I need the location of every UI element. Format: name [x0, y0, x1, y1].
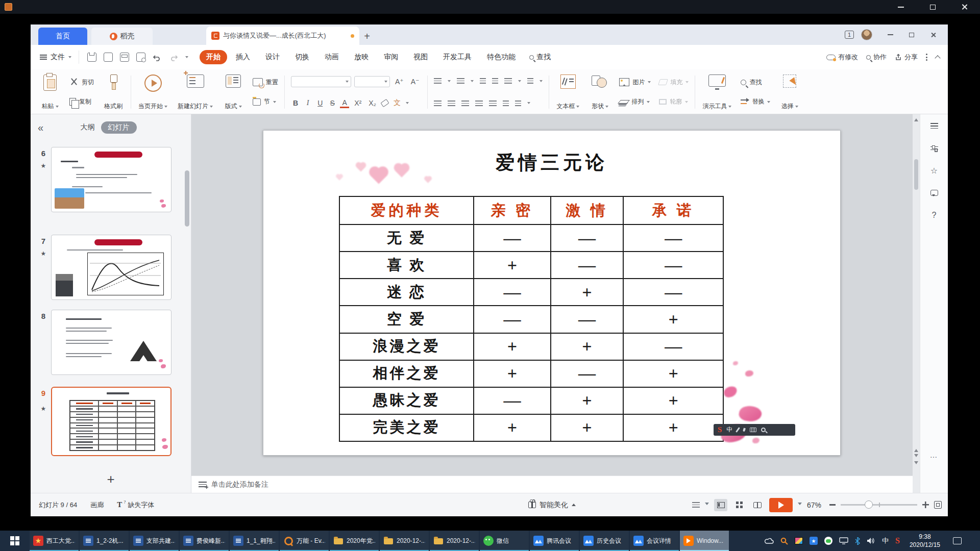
menu-tab-devtools[interactable]: 开发工具 — [436, 50, 478, 64]
speaker-icon[interactable] — [867, 537, 875, 544]
bluetooth-icon[interactable] — [855, 537, 860, 545]
redo-icon[interactable] — [169, 53, 178, 61]
taskbar-app-active[interactable]: Window... — [680, 531, 729, 551]
input-language-indicator[interactable]: 中 — [882, 536, 889, 545]
print-button[interactable] — [120, 53, 129, 62]
search-tray-icon[interactable] — [780, 537, 788, 545]
slides-tab[interactable]: 幻灯片 — [101, 121, 137, 134]
save-button[interactable] — [87, 53, 96, 62]
missing-font-button[interactable]: T 缺失字体 — [117, 500, 154, 510]
menu-tab-view[interactable]: 视图 — [407, 50, 434, 64]
next-slide-button[interactable] — [914, 454, 918, 459]
shape-outline-button[interactable]: 轮廓 — [657, 96, 691, 107]
taskbar-app[interactable]: 2020-12-... — [430, 531, 479, 551]
justify-icon[interactable] — [475, 101, 483, 106]
play-options-caret[interactable] — [798, 503, 802, 507]
layout-button[interactable]: 版式 — [220, 72, 247, 112]
decrease-indent-icon[interactable] — [480, 78, 486, 84]
fit-to-window-button[interactable] — [934, 501, 942, 509]
strikethrough-button[interactable]: S — [328, 98, 337, 108]
zoom-in-button[interactable] — [922, 502, 929, 508]
menu-tab-slideshow[interactable]: 放映 — [348, 50, 375, 64]
sogou-input-bar[interactable]: S 中 — [714, 424, 795, 436]
wps-close-button[interactable] — [922, 25, 944, 44]
menu-tab-features[interactable]: 特色功能 — [480, 50, 522, 64]
zoom-out-button[interactable] — [829, 504, 836, 506]
modified-status[interactable]: 有修改 — [826, 53, 858, 62]
reset-button[interactable]: 重置 — [251, 77, 280, 88]
outer-maximize-button[interactable] — [917, 0, 948, 14]
align-center-icon[interactable] — [448, 101, 455, 106]
font-name-select[interactable] — [291, 76, 351, 87]
tab-docer[interactable]: 稻壳 — [91, 28, 153, 45]
zoom-slider[interactable] — [841, 504, 917, 506]
scrollbar-thumb[interactable] — [914, 159, 918, 190]
rail-properties-button[interactable] — [920, 137, 948, 159]
taskbar-app[interactable]: 2020-12-... — [380, 531, 429, 551]
taskbar-app[interactable]: 历史会议 — [580, 531, 629, 551]
font-color-button[interactable]: A — [340, 98, 349, 108]
notes-bar[interactable]: 单击此处添加备注 — [191, 475, 913, 493]
previous-slide-button[interactable] — [914, 447, 918, 452]
cloud-icon[interactable] — [765, 538, 774, 544]
copy-button[interactable]: 复制 — [67, 96, 96, 107]
menu-tab-insert[interactable]: 插入 — [229, 50, 257, 64]
decrease-font-button[interactable]: A⁻ — [409, 77, 422, 86]
vertical-align-icon[interactable] — [515, 101, 521, 106]
export-button[interactable] — [104, 53, 113, 62]
line-spacing-icon[interactable] — [504, 78, 512, 84]
taskbar-app[interactable]: ★西工大党... — [30, 531, 79, 551]
rail-menu-button[interactable] — [920, 114, 948, 137]
outer-close-button[interactable] — [948, 0, 980, 14]
print-preview-button[interactable] — [136, 53, 145, 62]
slide-9-thumbnail-selected[interactable] — [51, 387, 172, 456]
taskbar-app[interactable]: 2020年党... — [330, 531, 379, 551]
tab-document[interactable]: 与你谈情又说爱—...成长(西北工大) — [206, 27, 359, 45]
slide-sorter-view-button[interactable] — [732, 499, 746, 511]
phonetic-guide-button[interactable]: 文 — [391, 98, 403, 108]
align-right-icon[interactable] — [461, 101, 469, 106]
normal-view-button[interactable] — [714, 499, 727, 511]
wechat-tray-icon[interactable] — [824, 537, 832, 545]
action-center-icon[interactable] — [953, 537, 962, 544]
taskbar-app[interactable]: 1_1_翱翔... — [230, 531, 279, 551]
columns-icon[interactable] — [503, 101, 509, 106]
slideshow-play-button[interactable] — [769, 498, 793, 512]
taskbar-app[interactable]: 万能 - Ev... — [280, 531, 329, 551]
sogou-punctuation-icon[interactable] — [743, 428, 746, 432]
sogou-toolbox-icon[interactable] — [761, 428, 766, 432]
wps-restore-button[interactable] — [901, 25, 922, 44]
slide-8-thumbnail[interactable] — [51, 310, 172, 375]
display-settings-icon[interactable] — [692, 502, 700, 508]
menu-tab-home[interactable]: 开始 — [200, 50, 227, 64]
undo-icon[interactable] — [153, 53, 162, 61]
start-button[interactable] — [0, 531, 30, 551]
rail-help-button[interactable]: ? — [920, 204, 948, 227]
bold-button[interactable]: B — [291, 98, 300, 108]
smart-beautify-button[interactable]: 智能美化 — [528, 493, 576, 516]
menu-find-button[interactable]: 查找 — [529, 53, 551, 62]
text-box-button[interactable]: 文本框 — [553, 72, 582, 112]
tab-home[interactable]: 首页 — [38, 28, 87, 45]
sogou-tray-icon[interactable]: S — [895, 536, 900, 545]
animation-star-icon[interactable]: ★ — [38, 250, 49, 257]
italic-button[interactable]: I — [303, 98, 312, 108]
sogou-logo[interactable]: S — [718, 425, 722, 434]
canvas-scrollbar[interactable] — [913, 114, 920, 493]
taskbar-clock[interactable]: 9:38 2020/12/15 — [906, 533, 943, 549]
select-button[interactable]: 选择 — [776, 72, 803, 112]
font-size-select[interactable] — [354, 76, 390, 87]
fill-button[interactable]: 填充 — [657, 77, 691, 88]
window-count-badge[interactable]: 1 — [845, 31, 854, 39]
numbering-icon[interactable] — [457, 78, 464, 84]
superscript-button[interactable]: X² — [352, 98, 363, 108]
file-menu[interactable]: 文件 — [31, 51, 79, 64]
presentation-tools-button[interactable]: 演示工具 — [699, 72, 734, 112]
taskbar-app[interactable]: 会议详情 — [630, 531, 679, 551]
slide-7-thumbnail[interactable] — [51, 235, 172, 300]
collaborate-button[interactable]: 协作 — [866, 53, 887, 62]
align-left-icon[interactable] — [434, 101, 442, 106]
wps-minimize-button[interactable] — [879, 25, 901, 44]
bullets-icon[interactable] — [434, 78, 442, 84]
sogou-pen-icon[interactable] — [736, 427, 740, 433]
